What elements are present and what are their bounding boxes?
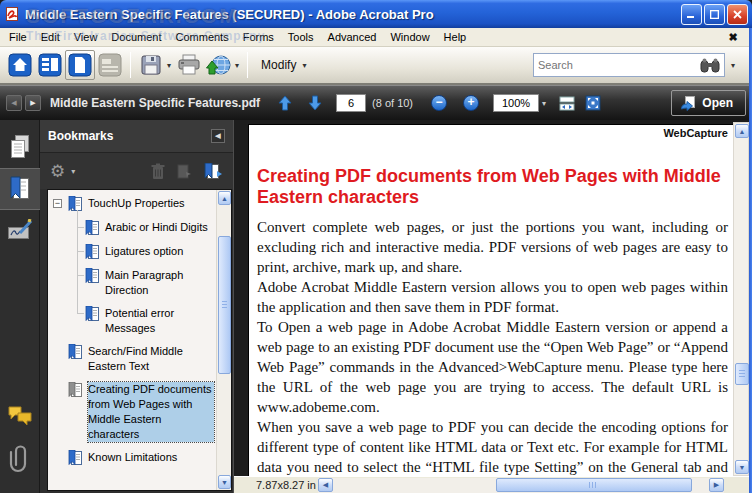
search-binoculars-icon[interactable] [700, 57, 720, 73]
menu-item-comments[interactable]: Comments [169, 29, 236, 45]
previous-view-button[interactable]: ◀ [6, 95, 22, 111]
bookmark-label: TouchUp Properties [88, 196, 185, 211]
acrobat-window: Middle Eastern Specific Features (SECURE… [0, 0, 752, 493]
close-button[interactable] [727, 4, 748, 25]
pdf-page: WebCapture Creating PDF documents from W… [248, 124, 735, 493]
scroll-up-button[interactable]: ▲ [735, 124, 749, 138]
bookmark-item-touchup-properties[interactable]: −TouchUp Properties [48, 192, 216, 216]
print-icon [177, 53, 201, 77]
zoom-level-value[interactable]: 100% [493, 94, 539, 112]
menu-item-view[interactable]: View [67, 29, 105, 45]
attachments-panel-button[interactable] [0, 437, 40, 479]
menu-item-advanced[interactable]: Advanced [321, 29, 384, 45]
bookmark-item-search-find-middle-eastern-text[interactable]: Search/Find Middle Eastern Text [48, 340, 216, 378]
scroll-right-button[interactable]: ▶ [709, 478, 724, 492]
bookmark-item-known-limitations[interactable]: Known Limitations [48, 446, 216, 470]
modify-button[interactable]: Modify ▾ [253, 54, 317, 76]
bookmark-label: Search/Find Middle Eastern Text [88, 344, 214, 374]
zoom-dropdown-arrow[interactable]: ▾ [542, 99, 546, 108]
menu-item-document[interactable]: Document [104, 29, 168, 45]
scroll-down-button[interactable]: ▼ [218, 475, 231, 489]
main-toolbar: ▾ ▾ Modify ▾ ▾ [0, 47, 752, 85]
save-dropdown-arrow[interactable]: ▾ [167, 61, 171, 70]
search-box[interactable] [533, 53, 725, 77]
web-capture-dropdown-arrow[interactable]: ▾ [235, 61, 239, 70]
status-bar: 7.87x8.27 in ◀ ▶ [234, 476, 752, 493]
delete-trash-icon[interactable] [150, 163, 166, 180]
document-paragraph: Convert complete web pages, or just the … [257, 217, 728, 277]
fit-page-icon [585, 95, 601, 111]
document-vertical-scrollbar[interactable]: ▲ ▼ [733, 122, 749, 476]
menu-item-tools[interactable]: Tools [281, 29, 321, 45]
collapse-expando[interactable]: − [53, 199, 62, 208]
bookmark-item-main-paragraph-direction[interactable]: Main Paragraph Direction [48, 264, 216, 302]
document-paragraph: Adobe Acrobat Middle Eastern version all… [257, 277, 728, 317]
title-bar: Middle Eastern Specific Features (SECURE… [0, 0, 752, 28]
menu-item-help[interactable]: Help [437, 29, 474, 45]
bookmarks-scrollbar[interactable]: ▲ ▼ [216, 190, 231, 490]
bookmarks-panel-title: Bookmarks [48, 129, 113, 143]
scrollbar-thumb[interactable] [496, 478, 692, 492]
open-file-icon [680, 95, 696, 111]
menu-bar: FileEditViewDocumentCommentsFormsToolsAd… [0, 28, 752, 47]
pages-icon [8, 134, 32, 160]
search-options-dropdown[interactable]: ▾ [731, 61, 735, 70]
single-page-icon [68, 53, 92, 77]
comments-panel-button[interactable] [0, 395, 40, 437]
previous-page-icon[interactable] [278, 95, 292, 111]
navigation-panel-strip [0, 120, 40, 493]
next-view-button[interactable]: ▶ [25, 95, 41, 111]
collapse-panel-button[interactable]: ◀ [211, 129, 225, 143]
reading-mode-icon [98, 53, 122, 77]
print-button[interactable] [174, 50, 204, 80]
page-navigation-button[interactable] [35, 50, 65, 80]
save-icon [139, 53, 163, 77]
bookmarks-panel-button[interactable] [0, 168, 40, 210]
window-title: Middle Eastern Specific Features (SECURE… [25, 7, 677, 22]
bookmarks-list: −TouchUp PropertiesArabic or Hindi Digit… [48, 190, 216, 490]
search-input[interactable] [538, 59, 700, 71]
fit-width-button[interactable] [556, 92, 578, 114]
bookmark-item-potential-error-messages[interactable]: Potential error Messages [48, 302, 216, 340]
bookmark-item-arabic-or-hindi-digits[interactable]: Arabic or Hindi Digits [48, 216, 216, 240]
pages-panel-button[interactable] [0, 126, 40, 168]
close-document-button[interactable]: ✖ [726, 31, 740, 44]
web-capture-button[interactable] [204, 50, 234, 80]
expand-bookmark-icon[interactable] [176, 163, 193, 180]
menu-item-window[interactable]: Window [383, 29, 436, 45]
page-number-input[interactable] [336, 94, 366, 112]
signatures-panel-button[interactable] [0, 210, 40, 252]
zoom-in-button[interactable]: + [463, 95, 479, 111]
fit-width-icon [559, 96, 575, 111]
home-button[interactable] [5, 50, 35, 80]
document-horizontal-scrollbar[interactable]: ◀ ▶ [318, 478, 724, 493]
options-dropdown-arrow[interactable]: ▾ [71, 167, 75, 176]
new-bookmark-icon[interactable] [203, 163, 223, 180]
bookmarks-toolbar: ⚙ ▾ [40, 153, 233, 189]
menu-item-file[interactable]: File [2, 29, 34, 45]
modify-label: Modify [261, 58, 296, 72]
single-page-button[interactable] [65, 50, 95, 80]
scroll-left-button[interactable]: ◀ [318, 478, 333, 492]
maximize-button[interactable] [704, 4, 725, 25]
scrollbar-thumb[interactable] [218, 236, 231, 374]
bookmark-page-icon [85, 244, 99, 260]
menu-item-edit[interactable]: Edit [34, 29, 67, 45]
options-gear-icon[interactable]: ⚙ [50, 163, 65, 180]
scroll-down-button[interactable]: ▼ [735, 460, 749, 474]
next-page-icon[interactable] [308, 95, 322, 111]
reading-mode-button[interactable] [95, 50, 125, 80]
comments-icon [7, 405, 33, 427]
scroll-up-button[interactable]: ▲ [218, 191, 231, 205]
page-count-label: (8 of 10) [372, 97, 413, 109]
minimize-button[interactable] [681, 4, 702, 25]
bookmark-item-creating-pdf-documents-from-web-page[interactable]: Creating PDF documents from Web Pages wi… [48, 378, 216, 446]
bookmarks-icon [8, 176, 32, 202]
scrollbar-thumb[interactable] [735, 363, 749, 385]
save-button[interactable] [136, 50, 166, 80]
bookmark-item-ligatures-option[interactable]: Ligatures option [48, 240, 216, 264]
zoom-out-button[interactable]: − [431, 95, 447, 111]
open-button[interactable]: Open [671, 90, 746, 116]
menu-item-forms[interactable]: Forms [236, 29, 281, 45]
fit-page-button[interactable] [582, 92, 604, 114]
